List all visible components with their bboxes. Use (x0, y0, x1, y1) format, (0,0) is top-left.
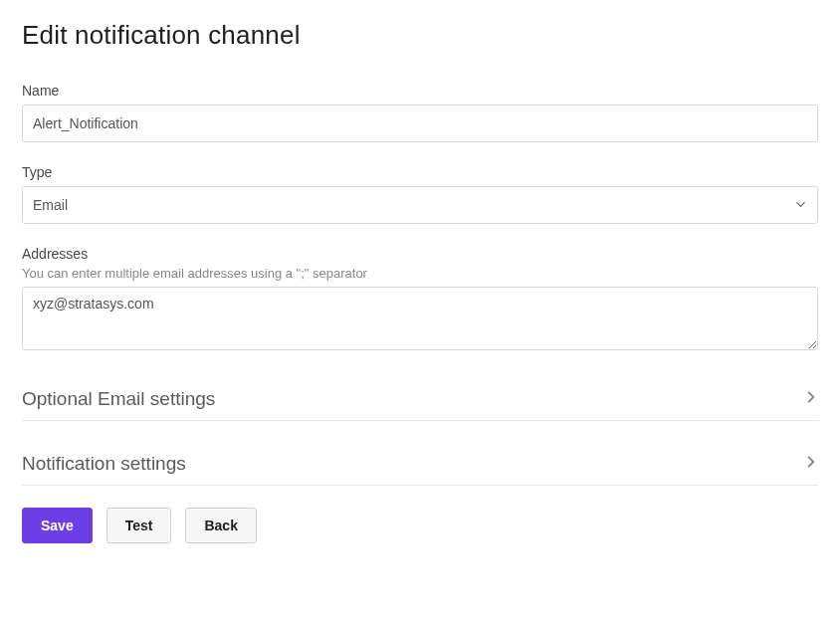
type-label: Type (22, 164, 818, 180)
chevron-right-icon (804, 455, 818, 473)
type-field-group: Type Email (22, 164, 818, 224)
type-select-wrapper: Email (22, 186, 818, 224)
addresses-hint: You can enter multiple email addresses u… (22, 266, 818, 281)
addresses-field-group: Addresses You can enter multiple email a… (22, 246, 818, 354)
addresses-textarea[interactable]: xyz@stratasys.com (22, 287, 818, 350)
addresses-label: Addresses (22, 246, 818, 262)
chevron-right-icon (804, 390, 818, 408)
back-button[interactable]: Back (185, 508, 256, 543)
save-button[interactable]: Save (22, 508, 93, 543)
name-label: Name (22, 83, 818, 99)
type-select[interactable]: Email (22, 186, 818, 224)
optional-email-settings-row[interactable]: Optional Email settings (22, 376, 818, 421)
test-button[interactable]: Test (106, 508, 172, 543)
notification-settings-row[interactable]: Notification settings (22, 441, 818, 486)
optional-email-settings-title: Optional Email settings (22, 388, 215, 410)
page-title: Edit notification channel (22, 20, 818, 51)
name-input[interactable] (22, 104, 818, 142)
notification-settings-title: Notification settings (22, 453, 186, 475)
name-field-group: Name (22, 83, 818, 142)
button-row: Save Test Back (22, 508, 818, 543)
